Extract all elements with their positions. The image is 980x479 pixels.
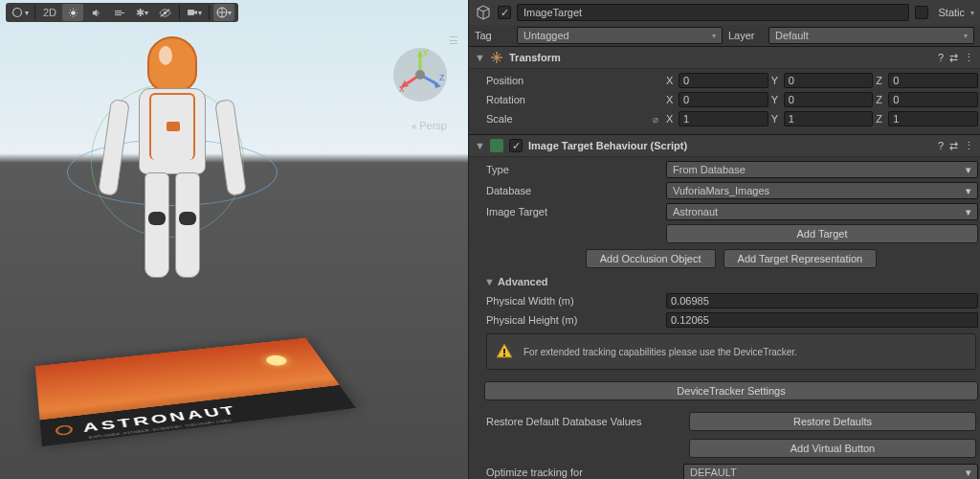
orientation-gizmo[interactable]: y z x <box>391 46 449 103</box>
svg-rect-7 <box>188 10 194 15</box>
svg-point-0 <box>13 9 22 17</box>
add-occlusion-button[interactable]: Add Occlusion Object <box>586 249 716 268</box>
2d-toggle[interactable]: 2D <box>39 4 60 21</box>
restore-defaults-button[interactable]: Restore Defaults <box>689 412 976 431</box>
svg-point-16 <box>415 70 425 80</box>
script-icon <box>490 139 503 152</box>
tag-dropdown[interactable]: Untagged▾ <box>517 27 723 44</box>
device-tracker-settings-button[interactable]: DeviceTracker Settings <box>484 381 978 400</box>
static-dropdown-arrow[interactable]: ▾ <box>970 9 974 17</box>
lighting-toggle[interactable] <box>62 4 83 21</box>
fx-toggle[interactable] <box>108 4 129 21</box>
database-label: Database <box>484 185 662 196</box>
add-virtual-button[interactable]: Add Virtual Button <box>689 439 976 458</box>
static-checkbox[interactable] <box>915 6 928 19</box>
menu-icon[interactable]: ⋮ <box>964 140 974 152</box>
svg-rect-4 <box>115 14 122 15</box>
astronaut-model[interactable] <box>110 36 234 314</box>
transform-icon <box>490 51 503 64</box>
itb-enabled-checkbox[interactable]: ✓ <box>509 139 523 152</box>
scene-toolbar: ▾ 2D ✱▾ ▾ ▾ <box>6 3 238 22</box>
gameobject-name-field[interactable]: ImageTarget <box>517 4 909 21</box>
layer-label: Layer <box>728 30 763 41</box>
position-label: Position <box>484 75 662 86</box>
position-y[interactable]: 0 <box>784 73 874 88</box>
svg-text:x: x <box>399 82 405 94</box>
rotation-z[interactable]: 0 <box>888 92 978 107</box>
position-x[interactable]: 0 <box>679 73 768 88</box>
svg-rect-2 <box>115 12 124 13</box>
shading-mode-dropdown[interactable]: ▾ <box>10 4 31 21</box>
physical-width-field[interactable]: 0.06985 <box>666 293 978 308</box>
optimize-label: Optimize tracking for <box>484 467 679 478</box>
gameobject-icon[interactable] <box>475 4 492 21</box>
svg-rect-21 <box>503 354 505 356</box>
rotation-label: Rotation <box>484 94 662 105</box>
rotation-y[interactable]: 0 <box>784 92 874 107</box>
help-icon[interactable]: ? <box>938 52 944 64</box>
transform-title: Transform <box>509 52 932 63</box>
restore-label: Restore Default Database Values <box>486 416 681 427</box>
svg-rect-20 <box>503 349 505 354</box>
itb-title: Image Target Behaviour (Script) <box>528 140 932 151</box>
tag-label: Tag <box>475 30 511 41</box>
advanced-foldout[interactable]: ▼ <box>484 276 494 287</box>
itb-foldout[interactable]: ▼ <box>475 140 484 151</box>
type-label: Type <box>484 164 662 175</box>
warning-icon <box>495 342 514 361</box>
type-dropdown[interactable]: From Database▾ <box>666 161 978 178</box>
svg-text:z: z <box>439 71 445 82</box>
help-icon[interactable]: ? <box>938 140 944 152</box>
scale-y[interactable]: 1 <box>784 111 874 126</box>
active-checkbox[interactable]: ✓ <box>498 6 511 19</box>
physical-height-field[interactable]: 0.12065 <box>666 312 978 328</box>
audio-toggle[interactable] <box>85 4 106 21</box>
warning-text: For extended tracking capabilities pleas… <box>523 347 797 357</box>
warning-box: For extended tracking capabilities pleas… <box>486 333 976 370</box>
database-dropdown[interactable]: VuforiaMars_Images▾ <box>666 182 978 199</box>
add-target-button[interactable]: Add Target <box>666 224 978 243</box>
position-z[interactable]: 0 <box>888 73 978 88</box>
advanced-label: Advanced <box>498 276 548 287</box>
gizmos-dropdown[interactable]: ▾ <box>213 4 234 21</box>
physical-height-label: Physical Height (m) <box>484 314 662 326</box>
hidden-objects-toggle[interactable] <box>154 4 175 21</box>
persp-label: ◂ Persp <box>411 120 447 132</box>
physical-width-label: Physical Width (m) <box>484 295 662 307</box>
svg-point-1 <box>71 11 76 15</box>
image-target-card[interactable]: ASTRONAUT EXPLORER, PIONEER, SCIENTIST, … <box>35 338 356 446</box>
optimize-dropdown[interactable]: DEFAULT▾ <box>683 464 978 479</box>
transform-foldout[interactable]: ▼ <box>475 52 484 63</box>
add-representation-button[interactable]: Add Target Representation <box>724 249 878 268</box>
static-label: Static <box>938 7 965 18</box>
preset-icon[interactable]: ⇄ <box>949 52 958 64</box>
image-target-dropdown[interactable]: Astronaut▾ <box>666 203 978 220</box>
camera-dropdown[interactable]: ▾ <box>184 4 205 21</box>
scale-label: Scale <box>486 113 513 125</box>
menu-icon[interactable]: ⋮ <box>964 52 974 64</box>
scale-z[interactable]: 1 <box>888 111 978 126</box>
inspector-panel: ✓ ImageTarget Static ▾ Tag Untagged▾ Lay… <box>469 0 980 479</box>
image-target-label: Image Target <box>484 206 662 217</box>
scale-x[interactable]: 1 <box>679 111 768 126</box>
preset-icon[interactable]: ⇄ <box>949 140 958 152</box>
rotation-x[interactable]: 0 <box>679 92 768 107</box>
scene-view[interactable]: ▾ 2D ✱▾ ▾ ▾ ☰ y z x ◂ Persp A <box>0 0 469 479</box>
scene-menu-icon[interactable]: ☰ <box>449 34 458 47</box>
visibility-dropdown[interactable]: ✱▾ <box>131 4 152 21</box>
svg-text:y: y <box>423 46 429 57</box>
svg-rect-3 <box>115 11 122 11</box>
scale-link-icon[interactable]: ⌀ <box>649 114 662 125</box>
layer-dropdown[interactable]: Default▾ <box>768 27 974 44</box>
